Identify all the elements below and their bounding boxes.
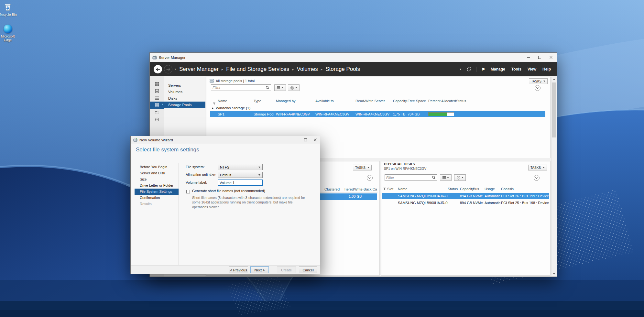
grouping-button[interactable] [288,84,300,91]
chevron-down-icon [543,167,545,168]
history-caret-icon[interactable]: ▼ [174,68,177,71]
storage-pools-filter-input[interactable] [211,86,266,90]
close-button[interactable] [310,136,320,144]
refresh-icon[interactable] [466,67,471,72]
maximize-button[interactable] [534,53,545,62]
cancel-button[interactable]: Cancel [299,267,317,273]
next-button[interactable]: Next > [250,267,269,273]
storage-pool-icon [155,103,159,107]
step-size[interactable]: Size [135,176,179,182]
scroll-down-button[interactable] [551,271,556,276]
chevron-down-icon [447,177,449,178]
allocation-unit-select[interactable]: Default [218,172,263,178]
column-header-status[interactable]: Status [456,99,546,103]
physical-disks-filter-input[interactable] [385,176,432,180]
saved-filters-button[interactable] [440,174,452,181]
menu-view[interactable]: View [527,67,537,71]
column-header-chassis[interactable]: Chassis [501,187,548,191]
column-header-capacity[interactable]: Capacity [393,99,408,103]
strip-volumes-icon[interactable] [150,94,164,102]
previous-button[interactable]: < Previous [229,267,248,273]
breadcrumb-file-storage[interactable]: File and Storage Services [226,66,289,72]
strip-shares-icon[interactable] [150,109,164,116]
sidebar-item-servers[interactable]: Servers [164,82,205,89]
cell-type: Storage Pool [254,112,276,116]
breadcrumb-root[interactable]: Server Manager [179,66,219,72]
column-header-percent-allocated[interactable]: Percent Allocated [428,99,456,103]
sidebar-item-disks[interactable]: Disks [164,95,205,102]
grouping-button[interactable] [454,174,466,181]
notification-flag-icon[interactable]: ⚑ [481,67,485,72]
pane-collapse-button[interactable] [535,85,540,91]
storage-group-row[interactable]: ▲ Windows Storage (1) [212,105,250,110]
breadcrumb-storage-pools[interactable]: Storage Pools [325,66,360,72]
wizard-titlebar[interactable]: New Volume Wizard [131,136,320,144]
step-drive-letter-or-folder[interactable]: Drive Letter or Folder [135,182,179,189]
sidebar-item-volumes[interactable]: Volumes [164,89,205,95]
maximize-button[interactable] [300,136,310,144]
strip-servers-icon[interactable] [150,87,164,94]
physical-disk-row[interactable]: SAMSUNG MZQLB960HAJR-0000... 894 GB NVMe… [382,193,549,199]
column-header-read-write-server[interactable]: Read-Write Server [355,99,393,103]
column-header-available-to[interactable]: Available to [315,99,355,103]
notifications-caret-icon[interactable]: ▼ [459,68,462,71]
server-manager-titlebar[interactable]: Server Manager [150,53,557,62]
column-header-usage[interactable]: Usage [485,187,501,191]
pane-collapse-button[interactable] [534,175,540,181]
list-icon [442,176,446,179]
column-header-write-back-cache[interactable]: Write-Back Ca [354,187,377,191]
column-header-name[interactable]: Name [398,187,448,191]
volume-label-input[interactable] [218,180,263,186]
virtual-disks-tasks-button[interactable]: TASKS [353,165,372,170]
column-header-capacity[interactable]: Capacity [460,187,473,191]
column-header-clustered[interactable]: Clustered [324,187,340,191]
back-button[interactable] [154,65,162,73]
group-label: Windows Storage (1) [216,106,250,110]
storage-pools-tasks-button[interactable]: TASKS [529,78,548,84]
step-confirmation[interactable]: Confirmation [135,195,179,201]
strip-dashboard-icon[interactable] [150,80,164,87]
column-header-name[interactable]: Name [218,99,254,103]
short-file-names-checkbox[interactable] [186,190,190,193]
minimize-button[interactable] [523,53,534,62]
strip-iscsi-icon[interactable] [150,116,164,123]
column-header-free-space[interactable]: Free Space [408,99,428,103]
vertical-scrollbar[interactable] [551,77,556,276]
column-header-slot[interactable]: Slot [387,187,398,191]
scroll-up-button[interactable] [551,77,556,82]
menu-tools[interactable]: Tools [511,67,522,71]
forward-arrow-icon [166,68,170,71]
physical-disk-row[interactable]: SAMSUNG MZQLB960HAJR-0000... 894 GB NVMe… [382,200,549,206]
step-before-you-begin[interactable]: Before You Begin [135,164,179,170]
forward-button[interactable] [164,65,172,73]
tasks-label: TASKS [530,166,541,169]
column-header-bus[interactable]: Bus [473,187,485,191]
minimize-button[interactable] [291,136,300,144]
column-header-managed-by[interactable]: Managed by [276,99,315,103]
storage-pool-row[interactable]: SP1 Storage Pool WIN-RFA4KNEC3GV WIN-RFA… [210,111,545,117]
file-system-select[interactable]: NTFS [218,164,263,170]
grid-icon [155,82,159,86]
desktop-icon-recycle-bin[interactable]: Recycle Bin [0,2,18,16]
menu-help[interactable]: Help [542,67,551,71]
sidebar-item-storage-pools[interactable]: Storage Pools [164,102,205,108]
close-icon [549,56,553,59]
step-server-and-disk[interactable]: Server and Disk [135,170,179,176]
saved-filters-button[interactable] [274,84,286,91]
breadcrumb-volumes[interactable]: Volumes [297,66,318,72]
column-header-tiered[interactable]: Tiered [344,187,354,191]
desktop-icon-label: Microsoft Edge [0,34,18,42]
column-header-status[interactable]: Status [448,187,460,191]
new-volume-wizard-dialog: New Volume Wizard Select file system set… [130,136,320,274]
desktop-icon-edge[interactable]: Microsoft Edge [0,25,18,42]
scrollbar-thumb[interactable] [552,82,556,137]
chevron-down-icon [295,87,297,88]
column-header-type[interactable]: Type [254,99,276,103]
step-file-system-settings[interactable]: File System Settings [135,189,179,195]
menu-manage[interactable]: Manage [490,67,506,71]
cell-name: SAMSUNG MZQLB960HAJR-0000... [398,201,448,205]
pane-collapse-button[interactable] [367,175,373,181]
close-button[interactable] [545,53,557,62]
strip-storage-pools-icon[interactable]: › [150,102,164,109]
physical-disks-tasks-button[interactable]: TASKS [528,165,547,170]
